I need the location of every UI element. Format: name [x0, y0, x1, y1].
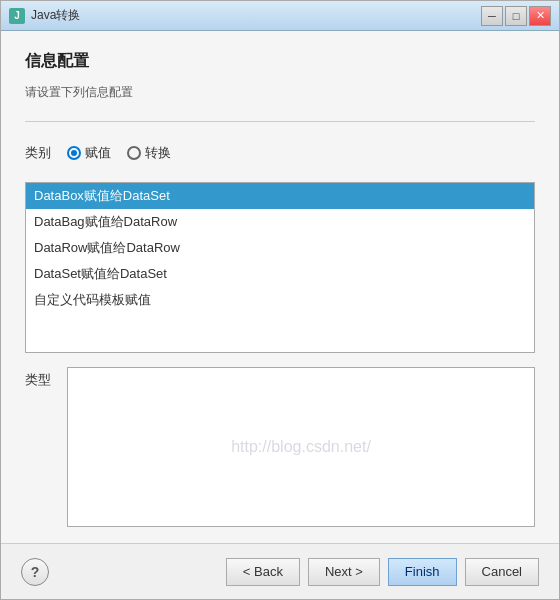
- list-item[interactable]: DataRow赋值给DataRow: [26, 235, 534, 261]
- radio-assign-circle[interactable]: [67, 146, 81, 160]
- section-title: 信息配置: [25, 51, 535, 72]
- list-item[interactable]: DataBag赋值给DataRow: [26, 209, 534, 235]
- radio-group: 赋值 转换: [67, 144, 171, 162]
- section-subtitle: 请设置下列信息配置: [25, 84, 535, 101]
- type-label: 类型: [25, 367, 55, 389]
- minimize-button[interactable]: ─: [481, 6, 503, 26]
- list-item[interactable]: DataSet赋值给DataSet: [26, 261, 534, 287]
- type-row: 类型 http://blog.csdn.net/: [25, 367, 535, 527]
- footer-left: ?: [21, 558, 49, 586]
- footer-right: < Back Next > Finish Cancel: [226, 558, 539, 586]
- close-button[interactable]: ✕: [529, 6, 551, 26]
- help-button[interactable]: ?: [21, 558, 49, 586]
- finish-button[interactable]: Finish: [388, 558, 457, 586]
- title-bar: J Java转换 ─ □ ✕: [1, 1, 559, 31]
- cancel-button[interactable]: Cancel: [465, 558, 539, 586]
- watermark-text: http://blog.csdn.net/: [231, 438, 371, 456]
- list-item[interactable]: DataBox赋值给DataSet: [26, 183, 534, 209]
- back-button[interactable]: < Back: [226, 558, 300, 586]
- restore-button[interactable]: □: [505, 6, 527, 26]
- app-icon: J: [9, 8, 25, 24]
- radio-assign-label: 赋值: [85, 144, 111, 162]
- footer: ? < Back Next > Finish Cancel: [1, 543, 559, 599]
- type-list[interactable]: http://blog.csdn.net/: [67, 367, 535, 527]
- window-title: Java转换: [31, 7, 481, 24]
- assign-list[interactable]: DataBox赋值给DataSet DataBag赋值给DataRow Data…: [25, 182, 535, 353]
- radio-convert-circle[interactable]: [127, 146, 141, 160]
- radio-convert[interactable]: 转换: [127, 144, 171, 162]
- next-button[interactable]: Next >: [308, 558, 380, 586]
- radio-assign[interactable]: 赋值: [67, 144, 111, 162]
- divider: [25, 121, 535, 122]
- radio-convert-label: 转换: [145, 144, 171, 162]
- category-row: 类别 赋值 转换: [25, 144, 535, 162]
- content-area: 信息配置 请设置下列信息配置 类别 赋值 转换 DataBox赋值给Data: [1, 31, 559, 543]
- window: J Java转换 ─ □ ✕ 信息配置 请设置下列信息配置 类别 赋值: [0, 0, 560, 600]
- window-controls: ─ □ ✕: [481, 6, 551, 26]
- list-item[interactable]: 自定义代码模板赋值: [26, 287, 534, 313]
- category-label: 类别: [25, 144, 55, 162]
